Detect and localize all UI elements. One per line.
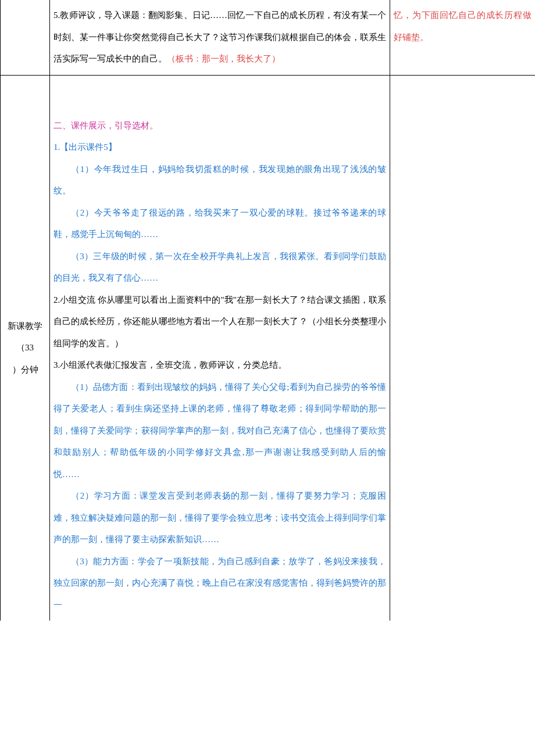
- example-2: （2）今天爷爷走了很远的路，给我买来了一双心爱的球鞋。接过爷爷递来的球鞋，感觉手…: [54, 202, 386, 246]
- cell-right-2: [390, 75, 536, 621]
- row-main: 新课教学 （33 ）分钟 二、课件展示，引导选材。 1.【出示课件5】 （1）今…: [1, 75, 536, 621]
- cell-mid-2: 二、课件展示，引导选材。 1.【出示课件5】 （1）今年我过生日，妈妈给我切蛋糕…: [50, 75, 390, 621]
- courseware-label: 1.【出示课件5】: [54, 137, 386, 159]
- stage-label-3: ）分钟: [4, 359, 46, 381]
- spacer: [54, 80, 386, 115]
- example-3: （3）三年级的时候，第一次在全校开学典礼上发言，我很紧张。看到同学们鼓励的目光，…: [54, 246, 386, 289]
- example-1: （1）今年我过生日，妈妈给我切蛋糕的时候，我发现她的眼角出现了浅浅的皱纹。: [54, 159, 386, 202]
- summary-ability: （3）能力方面：学会了一项新技能，为自己感到自豪；放学了，爸妈没来接我，独立回家…: [54, 551, 386, 617]
- cell-left-2: 新课教学 （33 ）分钟: [1, 75, 50, 621]
- board-note: （板书：那一刻，我长大了）: [167, 54, 280, 63]
- summary-morality: （1）品德方面：看到出现皱纹的妈妈，懂得了关心父母;看到为自己操劳的爷爷懂得了关…: [54, 377, 386, 486]
- group-discuss: 2.小组交流 你从哪里可以看出上面资料中的"我"在那一刻长大了？结合课文插图，联…: [54, 289, 386, 355]
- row-intro: 5.教师评议，导入课题：翻阅影集、日记……回忆一下自己的成长历程，有没有某一个时…: [1, 0, 536, 75]
- summary-study: （2）学习方面：课堂发言受到老师表扬的那一刻，懂得了要努力学习；克服困难，独立解…: [54, 485, 386, 551]
- intro-paragraph: 5.教师评议，导入课题：翻阅影集、日记……回忆一下自己的成长历程，有没有某一个时…: [54, 5, 386, 70]
- group-report: 3.小组派代表做汇报发言，全班交流，教师评议，分类总结。: [54, 354, 386, 377]
- stage-label-1: 新课教学: [4, 316, 46, 338]
- note-text: 忆，为下面回忆自己的成长历程做好铺垫。: [394, 10, 532, 42]
- lesson-plan-table: 5.教师评议，导入课题：翻阅影集、日记……回忆一下自己的成长历程，有没有某一个时…: [0, 0, 535, 621]
- cell-right-1: 忆，为下面回忆自己的成长历程做好铺垫。: [390, 0, 536, 75]
- cell-left-1: [1, 0, 50, 75]
- stage-label-2: （33: [4, 337, 46, 359]
- cell-mid-1: 5.教师评议，导入课题：翻阅影集、日记……回忆一下自己的成长历程，有没有某一个时…: [50, 0, 390, 75]
- section-heading: 二、课件展示，引导选材。: [54, 115, 386, 137]
